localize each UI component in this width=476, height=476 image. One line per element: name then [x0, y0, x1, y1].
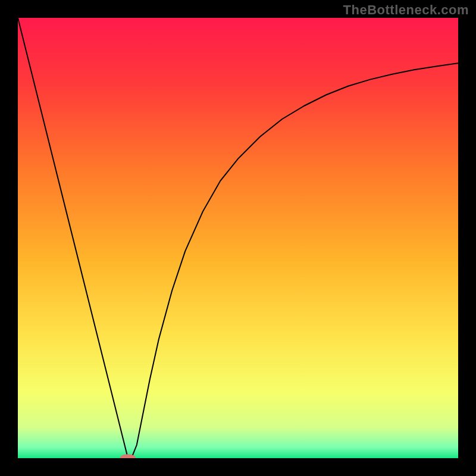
chart-svg [18, 18, 458, 458]
chart-background [18, 18, 458, 458]
plot-area [18, 18, 458, 458]
watermark-text: TheBottleneck.com [343, 2, 469, 18]
chart-frame: TheBottleneck.com [0, 0, 476, 476]
